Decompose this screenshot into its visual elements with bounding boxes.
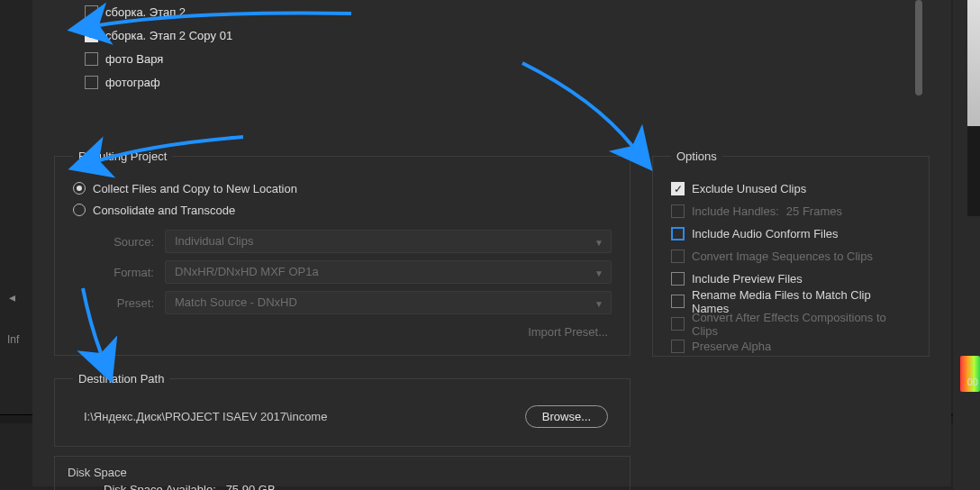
options-section: Options ✓ Exclude Unused Clips Include H… [652, 150, 930, 357]
sequence-label: сборка. Этап 2 Copy 01 [105, 29, 232, 42]
format-select: DNxHR/DNxHD MXF OP1a ▼ [165, 260, 612, 284]
sequence-item[interactable]: сборка. Этап 2 [85, 0, 915, 23]
source-select: Individual Clips ▼ [165, 230, 612, 253]
section-title: Resulting Project [73, 150, 172, 163]
radio-selected-icon[interactable] [73, 182, 86, 195]
preset-row: Preset: Match Source - DNxHD ▼ [73, 287, 612, 318]
scrollbar[interactable] [915, 0, 922, 95]
radio-icon[interactable] [73, 204, 86, 216]
format-label: Format: [73, 266, 154, 279]
select-value: DNxHR/DNxHD MXF OP1a [175, 265, 319, 278]
browse-button[interactable]: Browse... [525, 405, 608, 428]
option-label: Convert Image Sequences to Clips [692, 250, 873, 263]
checkbox-icon[interactable] [671, 272, 685, 286]
info-panel-label: Inf [7, 333, 19, 346]
disk-space-section: Disk Space Disk Space Available: 75,90 G… [54, 456, 631, 490]
option-label: Preserve Alpha [692, 340, 771, 353]
sequence-item[interactable]: ✓ сборка. Этап 2 Copy 01 [85, 23, 915, 47]
checkbox-icon [671, 317, 685, 331]
source-label: Source: [73, 235, 154, 249]
destination-path-value: I:\Яндекс.Диск\PROJECT ISAEV 2017\income [84, 410, 327, 423]
sequence-label: фотограф [105, 76, 160, 89]
radio-label: Collect Files and Copy to New Location [93, 182, 297, 195]
chevron-down-icon: ▼ [594, 238, 603, 248]
sequence-list: сборка. Этап 2 ✓ сборка. Этап 2 Copy 01 … [77, 0, 922, 99]
chevron-down-icon: ▼ [594, 268, 603, 278]
checkbox-icon [671, 204, 685, 218]
right-panel-dark [967, 126, 980, 216]
section-title: Options [671, 150, 722, 163]
select-value: Individual Clips [175, 234, 253, 248]
right-panel-media-thumb [967, 0, 980, 126]
disk-available-value: 75,90 GB [226, 483, 276, 490]
sequence-item[interactable]: фотограф [85, 70, 915, 94]
option-include-audio-conform[interactable]: Include Audio Conform Files [671, 222, 911, 245]
checkbox-icon[interactable] [85, 5, 98, 19]
option-label: Include Handles: [692, 204, 779, 218]
source-row: Source: Individual Clips ▼ [73, 226, 612, 257]
timeline-marker-label: 00 [967, 377, 978, 387]
handles-frames-value: 25 Frames [786, 204, 842, 218]
chevron-down-icon: ▼ [594, 299, 603, 309]
radio-collect-files[interactable]: Collect Files and Copy to New Location [73, 177, 612, 199]
checkbox-icon[interactable] [671, 295, 685, 308]
checkbox-icon[interactable] [85, 52, 98, 66]
option-exclude-unused[interactable]: ✓ Exclude Unused Clips [671, 177, 911, 200]
scrollbar-thumb[interactable] [915, 0, 922, 95]
section-title: Destination Path [73, 372, 169, 386]
checkbox-icon[interactable] [85, 76, 98, 89]
checkbox-checked-icon[interactable]: ✓ [671, 182, 685, 195]
section-title: Disk Space [68, 466, 617, 479]
checkbox-icon [671, 250, 685, 263]
project-manager-dialog: сборка. Этап 2 ✓ сборка. Этап 2 Copy 01 … [32, 0, 951, 486]
option-label: Include Preview Files [692, 272, 803, 286]
option-label: Convert After Effects Compositions to Cl… [692, 311, 911, 338]
option-include-handles: Include Handles: 25 Frames [671, 200, 911, 222]
disk-available-label: Disk Space Available: [104, 483, 216, 490]
option-rename-media[interactable]: Rename Media Files to Match Clip Names [671, 290, 911, 313]
select-value: Match Source - DNxHD [175, 295, 297, 309]
format-row: Format: DNxHR/DNxHD MXF OP1a ▼ [73, 257, 612, 287]
sequence-item[interactable]: фото Варя [85, 47, 915, 70]
checkbox-checked-icon[interactable]: ✓ [85, 29, 98, 42]
preset-label: Preset: [73, 296, 154, 310]
option-preserve-alpha: Preserve Alpha [671, 335, 911, 358]
radio-consolidate-transcode[interactable]: Consolidate and Transcode [73, 199, 612, 221]
destination-path-section: Destination Path I:\Яндекс.Диск\PROJECT … [54, 372, 631, 447]
radio-label: Consolidate and Transcode [93, 204, 235, 217]
preset-select: Match Source - DNxHD ▼ [165, 291, 612, 314]
resulting-project-section: Resulting Project Collect Files and Copy… [54, 150, 631, 356]
option-include-preview[interactable]: Include Preview Files [671, 268, 911, 290]
checkbox-highlighted-icon[interactable] [671, 227, 685, 240]
checkbox-icon [671, 340, 685, 353]
option-label: Include Audio Conform Files [692, 227, 839, 240]
option-convert-image-sequences: Convert Image Sequences to Clips [671, 245, 911, 268]
option-label: Exclude Unused Clips [692, 182, 806, 195]
import-preset-button: Import Preset... [528, 325, 608, 339]
sequence-label: сборка. Этап 2 [105, 5, 186, 19]
right-panel-strip: 00 [953, 0, 980, 490]
option-convert-ae: Convert After Effects Compositions to Cl… [671, 313, 911, 335]
sequence-label: фото Варя [105, 52, 163, 66]
playback-arrow-icon: ◂ [9, 290, 15, 304]
